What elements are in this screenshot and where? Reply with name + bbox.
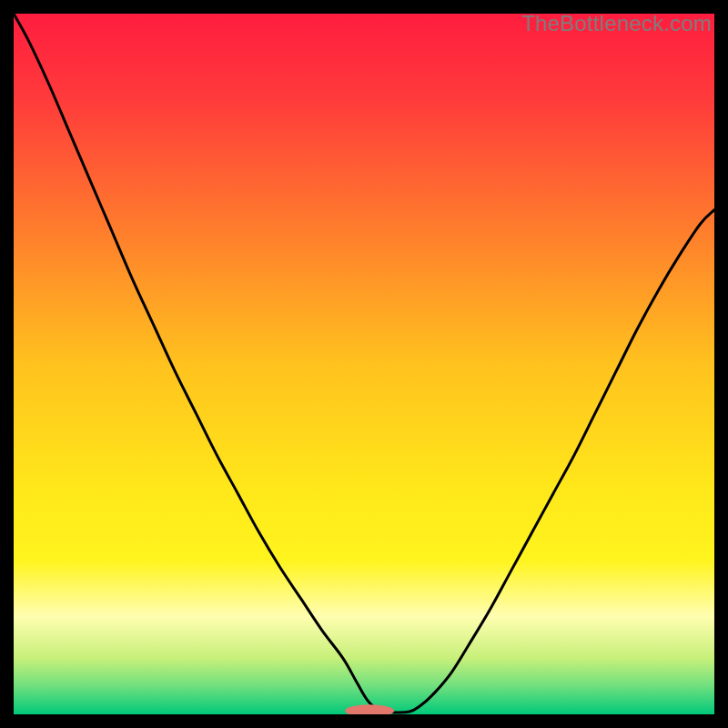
chart-stage: TheBottleneck.com [0, 0, 728, 728]
marker-layer [14, 14, 714, 714]
plot-area [14, 14, 714, 714]
watermark-label: TheBottleneck.com [521, 11, 712, 36]
optimal-zone-marker [345, 704, 394, 714]
